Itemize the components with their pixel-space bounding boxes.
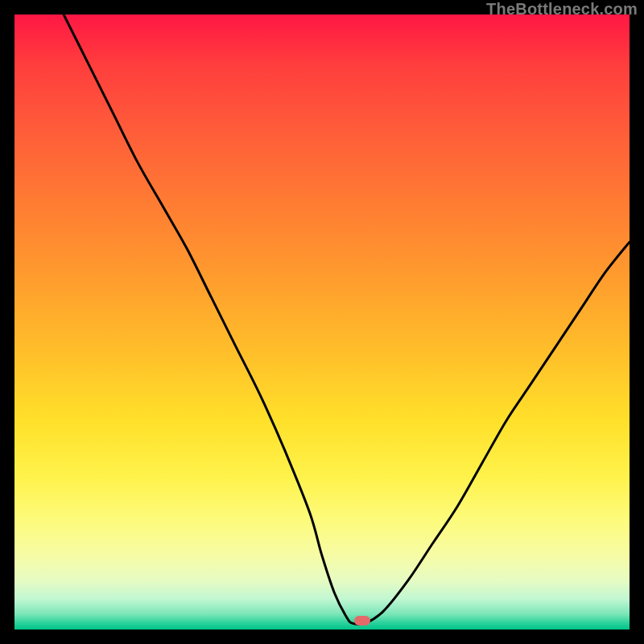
chart-frame: TheBottleneck.com — [0, 0, 644, 644]
bottleneck-curve — [14, 14, 630, 630]
plot-area — [14, 14, 630, 630]
watermark-text: TheBottleneck.com — [486, 0, 638, 19]
optimal-point-marker — [354, 616, 370, 625]
